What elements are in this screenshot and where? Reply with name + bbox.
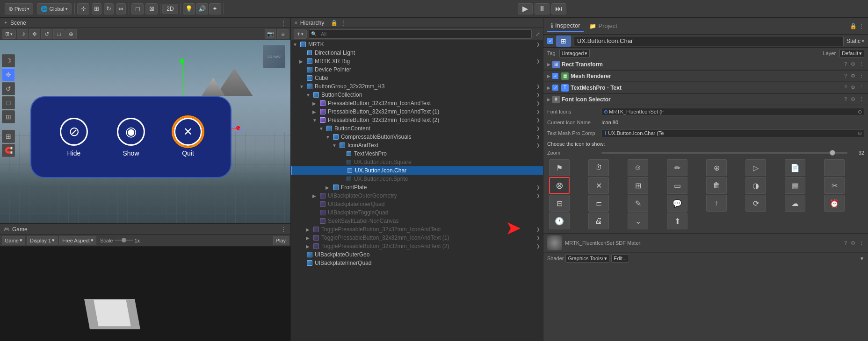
icon-cell-2[interactable]: ☺	[628, 159, 648, 176]
mesh-settings-icon[interactable]: ⚙	[851, 73, 855, 79]
shader-dropdown[interactable]: Graphics Tools/ ▾	[565, 254, 609, 263]
transform-button[interactable]: ⊞	[92, 3, 101, 14]
edit-button[interactable]: Edit...	[611, 254, 629, 263]
search-input[interactable]	[318, 29, 529, 39]
icon-cell-0[interactable]: ⚑	[549, 159, 570, 176]
2d-button[interactable]: 2D	[162, 4, 178, 14]
tree-item-mrtk-xr-rig[interactable]: ▶ MRTK XR Rig ❯	[291, 57, 543, 65]
tree-item-inner-quad[interactable]: UIBackplateInnerQuad	[291, 200, 543, 208]
tree-item-buttoncollection[interactable]: ▼ ButtonCollection ❯	[291, 91, 543, 99]
tree-item-toggle-3[interactable]: ▶ TogglePressableButton_32x32mm_IconAndT…	[291, 242, 543, 250]
hand-tool[interactable]: ☽	[17, 29, 28, 39]
scene-menu-btn[interactable]: ⋮	[280, 19, 287, 27]
tree-item-pb2[interactable]: ▶ PressableButton_32x32mm_IconAndText (1…	[291, 107, 543, 116]
grid-left-tool[interactable]: ⊞	[2, 130, 15, 143]
fi-more-icon[interactable]: ⋮	[859, 96, 864, 102]
icon-cell-19[interactable]: 💬	[667, 195, 687, 212]
snap-left-tool[interactable]: 🧲	[2, 144, 15, 157]
tree-item-iconandtext[interactable]: ▼ IconAndText ❯	[291, 141, 543, 149]
move-scene-tool[interactable]: ✥	[29, 29, 40, 39]
material-more-icon[interactable]: ⋮	[859, 240, 864, 246]
icon-cell-27[interactable]: ⬆	[667, 213, 687, 229]
icon-cell-18[interactable]: ✎	[628, 195, 648, 212]
camera-button[interactable]: 📷	[265, 29, 276, 39]
material-settings-icon[interactable]: ⚙	[851, 240, 855, 246]
tree-item-icon-char[interactable]: UX.Button.Icon.Char	[291, 166, 543, 175]
icon-cell-12[interactable]: 🗑	[706, 177, 727, 194]
layer-dropdown[interactable]: Default ▾	[839, 49, 864, 57]
tree-item-cube[interactable]: Cube	[291, 74, 543, 82]
tree-item-toggle-2[interactable]: ▶ TogglePressableButton_32x32mm_IconAndT…	[291, 234, 543, 242]
tree-item-textmeshpro[interactable]: TextMeshPro	[291, 149, 543, 158]
object-name-field[interactable]	[574, 36, 844, 46]
tree-item-mrtk[interactable]: ▼ MRTK ❯	[291, 40, 543, 49]
material-help-icon[interactable]: ?	[844, 240, 847, 246]
icon-cell-24[interactable]: 🕐	[549, 213, 570, 229]
scale-slider[interactable]	[115, 240, 133, 241]
light-button[interactable]: 💡	[183, 3, 195, 14]
hierarchy-lock-icon[interactable]: 🔒	[331, 20, 338, 26]
icon-cell-3[interactable]: ✏	[667, 159, 687, 176]
scale-left-tool[interactable]: ⊞	[2, 110, 15, 123]
move-tool-button[interactable]: ⊹	[77, 3, 89, 14]
icon-cell-20[interactable]: ↑	[706, 195, 727, 212]
tree-item-inner-quad-2[interactable]: UIBackplateInnerQuad	[291, 259, 543, 267]
icon-cell-14[interactable]: ▦	[785, 177, 805, 194]
icon-cell-17[interactable]: ⊏	[588, 195, 609, 212]
icon-cell-4[interactable]: ⊕	[706, 159, 727, 176]
tag-dropdown[interactable]: Untagged ▾	[559, 49, 590, 57]
audio-button[interactable]: 🔊	[196, 3, 208, 14]
mesh-enabled-checkbox[interactable]: ✓	[552, 73, 558, 79]
icon-cell-8[interactable]: ⊗	[549, 177, 570, 194]
tree-item-icon-sprite[interactable]: UX.Button.Icon.Sprite	[291, 175, 543, 183]
fi-help-icon[interactable]: ?	[844, 96, 847, 102]
icon-cell-16[interactable]: ⊟	[549, 195, 570, 212]
icon-cell-23[interactable]: ⏰	[824, 195, 845, 212]
scene-view[interactable]: y x ▷ B ⊘ Hide	[0, 40, 290, 223]
tree-item-pb1[interactable]: ▶ PressableButton_32x32mm_IconAndText ❯	[291, 99, 543, 107]
inspector-scroll[interactable]: ▶ ⊞ Rect Transform ? ⚙ ⋮ ▶ ✓	[543, 59, 868, 341]
tmp-help-icon[interactable]: ?	[844, 85, 847, 91]
play-button[interactable]: ▶	[518, 3, 533, 14]
zoom-slider[interactable]	[601, 152, 847, 154]
font-icon-header[interactable]: ▶ # Font Icon Selector ? ⚙ ⋮	[543, 94, 868, 105]
pause-button[interactable]: ⏸	[535, 3, 550, 14]
rect-help-icon[interactable]: ?	[844, 61, 847, 67]
custom-scene-tool[interactable]: ⊕	[65, 29, 77, 39]
icon-cell-7[interactable]	[824, 159, 845, 176]
tmp-more-icon[interactable]: ⋮	[859, 85, 864, 91]
inspector-tab[interactable]: ℹ Inspector	[547, 20, 584, 32]
play-button-game[interactable]: Play	[273, 236, 289, 245]
game-display-dropdown[interactable]: Game ▾	[2, 236, 25, 245]
font-icons-value[interactable]: ⊕ MRTK_FluentIconSet (F ⊙	[601, 108, 864, 116]
tmp-enabled-checkbox[interactable]: ✓	[552, 85, 558, 91]
mesh-renderer-header[interactable]: ▶ ✓ ▦ Mesh Renderer ? ⚙ ⋮	[543, 71, 868, 82]
aspect-dropdown[interactable]: Free Aspect ▾	[59, 236, 96, 245]
transform-tool-button[interactable]: ⊠	[145, 3, 158, 14]
fx-button[interactable]: ✦	[209, 3, 221, 14]
icon-cell-22[interactable]: ☁	[785, 195, 805, 212]
pivot-button[interactable]: ⊕ Pivot ▾	[5, 3, 33, 14]
step-button[interactable]: ⏭	[551, 3, 566, 14]
icon-cell-15[interactable]: ✂	[824, 177, 845, 194]
tree-item-directional-light[interactable]: Directional Light	[291, 49, 543, 57]
icon-cell-26[interactable]: ⌄	[628, 213, 648, 229]
layers-button[interactable]: ≡	[277, 29, 289, 39]
hierarchy-more-icon[interactable]: ⋮	[341, 20, 347, 26]
icon-cell-11[interactable]: ▭	[667, 177, 687, 194]
gizmo-button[interactable]: ⊞ ▾	[2, 29, 16, 39]
fi-settings-icon[interactable]: ⚙	[851, 96, 855, 102]
icon-cell-21[interactable]: ⟳	[745, 195, 766, 212]
hierarchy-expand-icon[interactable]: ⤢	[535, 31, 540, 37]
mesh-more-icon[interactable]: ⋮	[859, 73, 864, 79]
tmp-settings-icon[interactable]: ⚙	[851, 85, 855, 91]
icon-cell-25[interactable]: 🖨	[588, 213, 609, 229]
tree-item-frontplate[interactable]: ▶ FrontPlate ❯	[291, 183, 543, 192]
tree-item-toggle-1[interactable]: ▶ TogglePressableButton_32x32mm_IconAndT…	[291, 225, 543, 234]
move-left-tool[interactable]: ✥	[2, 68, 15, 81]
inspector-lock-icon[interactable]: 🔒	[850, 23, 857, 29]
tree-item-outer-geo-2[interactable]: UIBackplateOuterGeo	[291, 250, 543, 259]
tree-item-buttoncontent[interactable]: ▼ ButtonContent ❯	[291, 124, 543, 133]
tree-item-seeit[interactable]: SeeItSayItLabel-NonCanvas	[291, 217, 543, 225]
textmeshpro-header[interactable]: ▶ ✓ T TextMeshPro - Text ? ⚙ ⋮	[543, 82, 868, 93]
